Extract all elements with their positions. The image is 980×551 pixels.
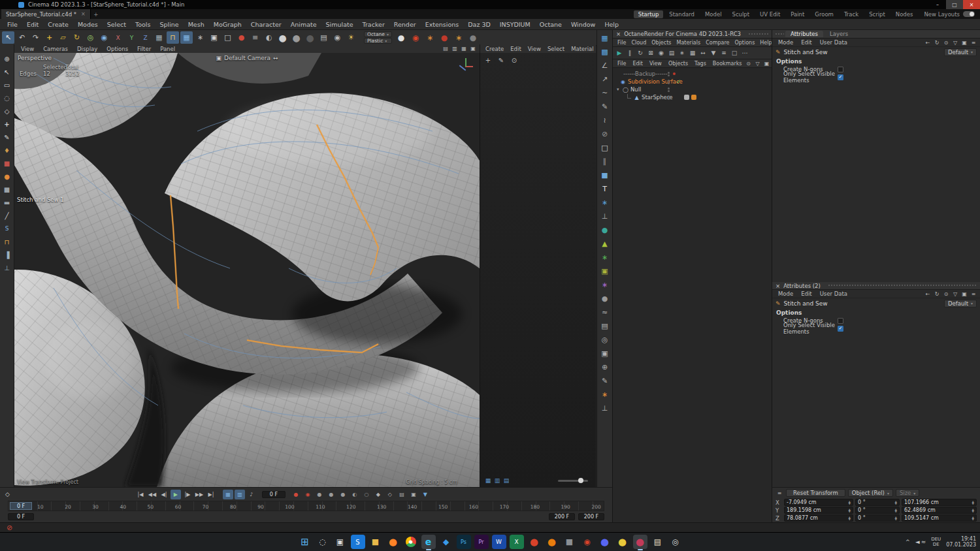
enable-checkmark[interactable]: ✓	[676, 78, 681, 85]
red-cube-icon[interactable]: ■	[2, 158, 12, 168]
light-tool-icon[interactable]: ☀	[345, 31, 357, 44]
position-x-field[interactable]: -7.0949 cm▲▼	[784, 499, 853, 506]
viewport-canvas[interactable]: Perspective Selected Total Edges 12 3252…	[14, 53, 480, 487]
om-filter-icon[interactable]: ▽	[754, 60, 762, 67]
viewport-menu-item[interactable]: View	[17, 46, 38, 52]
menu-item[interactable]: Daz 3D	[463, 21, 495, 28]
document-end-field[interactable]: 200 F	[578, 513, 604, 520]
attributes-menu-item[interactable]: Edit	[798, 39, 815, 46]
layout-quad-view-icon[interactable]: ▦	[460, 45, 468, 52]
back-arrow-icon[interactable]: ←	[924, 39, 932, 46]
octane-ball-white-icon[interactable]: ●	[396, 33, 406, 43]
snap-icon[interactable]: ⊓	[167, 31, 179, 44]
reset-transform-button[interactable]: Reset Transform	[786, 489, 845, 497]
filter-icon[interactable]: ▽	[951, 291, 959, 298]
prev-key-icon[interactable]: ◀◀	[147, 490, 157, 499]
divider-icon[interactable]: ∥	[599, 156, 610, 167]
flower-green-icon[interactable]: ∗	[599, 252, 610, 263]
coordinates-menu-icon[interactable]: ≡	[776, 490, 783, 497]
lock-icon[interactable]: ▣	[960, 291, 968, 298]
axis-small-icon[interactable]: ⊥	[599, 403, 610, 414]
object-manager-menu-item[interactable]: Edit	[630, 61, 645, 67]
skype-icon[interactable]: S	[351, 535, 365, 549]
octane-logo-icon[interactable]: ◉	[410, 33, 421, 43]
target-icon[interactable]: ⊕	[599, 362, 610, 373]
layout-paint[interactable]: Paint	[786, 10, 809, 18]
octane-menu-icon[interactable]: ≡	[719, 48, 728, 57]
viewport-menu-item[interactable]: Display	[73, 46, 101, 52]
brush-icon[interactable]: ✎	[2, 132, 12, 142]
layout-model[interactable]: Model	[700, 10, 727, 18]
start-button[interactable]: ⊞	[298, 535, 312, 549]
layout-startup[interactable]: Startup	[634, 10, 664, 18]
only-visible-checkbox[interactable]: ✓	[838, 326, 843, 332]
key-interpolation-icon[interactable]: ▦	[223, 490, 233, 499]
octane-close-icon[interactable]: ×	[616, 31, 621, 37]
poly-select-icon[interactable]: ◇	[2, 106, 12, 116]
pick-icon[interactable]: ⊙	[510, 55, 519, 65]
arrow-up-icon[interactable]: ↗	[599, 74, 610, 85]
octane-settings-icon[interactable]: ∗	[678, 48, 687, 57]
camera-strip-icon[interactable]: ▣	[599, 348, 610, 359]
octane-square-icon[interactable]: □	[730, 48, 739, 57]
magnet-icon[interactable]: ⊓	[2, 236, 12, 247]
octane-more-icon[interactable]: ⋯	[740, 48, 749, 57]
taskbar-clock[interactable]: 19:41 07.01.2023	[946, 536, 976, 548]
attributes-menu-item[interactable]: User Data	[817, 291, 851, 297]
om-search-icon[interactable]: ⊙	[745, 60, 753, 67]
red-app-icon[interactable]: ●	[527, 535, 542, 549]
size-mode-dropdown[interactable]: Size	[896, 489, 919, 497]
minimize-timeline-icon[interactable]: ▼	[420, 490, 431, 499]
explorer-icon[interactable]: ■	[368, 535, 383, 549]
attributes2-close-icon[interactable]: ×	[776, 283, 780, 289]
autokey-icon[interactable]: ◉	[302, 490, 313, 499]
object-manager-menu-item[interactable]: Objects	[666, 61, 691, 67]
object-manager-menu-item[interactable]: Tags	[692, 61, 709, 67]
redshift-icon[interactable]: ●	[439, 33, 449, 43]
render-settings-icon[interactable]: ●	[235, 31, 248, 44]
size-z-field[interactable]: 109.5147 cm▲▼	[902, 514, 977, 522]
phong-tag-icon[interactable]	[684, 95, 689, 100]
options-section-header[interactable]: Options	[772, 308, 980, 317]
prev-frame-icon[interactable]: ◀|	[159, 490, 169, 499]
material-menu-item[interactable]: Create	[482, 46, 507, 52]
text-tool-icon[interactable]: T	[599, 183, 610, 195]
object-item-backup[interactable]: ------Backup------	[613, 70, 772, 78]
history-icon[interactable]: ↻	[933, 291, 941, 298]
lock-icon[interactable]: ▣	[960, 39, 968, 46]
menu-item[interactable]: Edit	[22, 21, 43, 28]
rotate-tool-icon[interactable]: ↻	[71, 31, 83, 44]
octane-restart-icon[interactable]: ↻	[636, 48, 645, 57]
size-x-field[interactable]: 107.1966 cm▲▼	[902, 499, 977, 506]
blue-app-icon[interactable]: ◆	[439, 535, 453, 549]
film-strip-icon[interactable]: ▤	[318, 31, 330, 44]
y-axis-lock-icon[interactable]: Y	[125, 31, 138, 44]
rotation-h-field[interactable]: 0 °▲▼	[855, 499, 900, 506]
object-item-subdivision-surface[interactable]: ◉ Subdivision Surface ✓	[613, 78, 772, 86]
otoy-icon[interactable]: ◉	[580, 535, 595, 549]
network-icon[interactable]: ≈	[921, 539, 926, 545]
blender-icon[interactable]: ●	[545, 535, 559, 549]
thumbnail-size-slider[interactable]	[558, 480, 588, 482]
position-z-field[interactable]: 78.0877 cm▲▼	[784, 514, 853, 522]
menu-item[interactable]: Select	[103, 21, 131, 28]
measure-icon[interactable]: ∠	[599, 60, 610, 71]
search-icon[interactable]: ◌	[316, 535, 330, 549]
menu-item[interactable]: Render	[389, 21, 421, 28]
sound-icon[interactable]: ♪	[246, 490, 257, 499]
layout-single-view-icon[interactable]: ▤	[442, 45, 449, 52]
camera-swap-icon[interactable]: ↔	[273, 55, 278, 61]
om-lock-icon[interactable]: ▣	[763, 60, 771, 67]
coordinate-mode-dropdown[interactable]: Object (Rel)	[848, 489, 893, 497]
stage-camera-icon[interactable]: ◉	[331, 31, 344, 44]
menu-item[interactable]: Create	[43, 21, 73, 28]
plastic-material-button[interactable]: Plastic	[364, 38, 392, 44]
cube-blue-icon[interactable]: ■	[599, 170, 610, 181]
document-tab[interactable]: StarSphere_Tutorial.c4d * ×	[1, 9, 91, 19]
drag-handle[interactable]	[748, 33, 768, 36]
material-menu-item[interactable]: Material	[568, 46, 597, 52]
project-settings-icon[interactable]: ▤	[397, 490, 407, 499]
mirror-icon[interactable]: ▐	[2, 249, 12, 260]
knife-icon[interactable]: ╱	[2, 210, 12, 221]
menu-item[interactable]: INSYDIUM	[495, 21, 535, 28]
